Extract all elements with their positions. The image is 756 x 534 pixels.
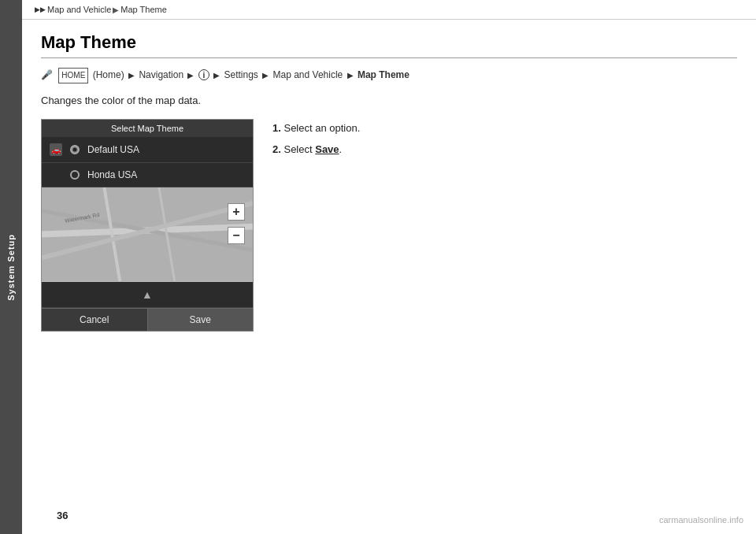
list-item-honda[interactable]: Honda USA (42, 163, 253, 187)
sidebar: System Setup (0, 0, 22, 534)
mockup-list: 🚗 Default USA Honda USA (42, 137, 253, 308)
step1-text: Select an option. (284, 122, 360, 134)
main-content: ▶▶ Map and Vehicle ▶ Map Theme Map Theme… (22, 0, 756, 534)
nav-label: Navigation (139, 69, 183, 80)
nav-arrow2: ▶ (187, 71, 194, 80)
mockup-footer: Cancel Save (42, 308, 253, 331)
radio-honda[interactable] (70, 170, 80, 180)
breadcrumb-item1: Map and Vehicle (47, 5, 111, 14)
breadcrumb-item2: Map Theme (120, 5, 167, 14)
mic-icon: 🎤 (41, 69, 53, 80)
nav-arrow1: ▶ (128, 71, 135, 80)
option2-label: Honda USA (87, 169, 137, 180)
nav-arrow4: ▶ (262, 71, 269, 80)
mockup-nav-row: ▲ (42, 282, 253, 308)
settings-label: Settings (224, 69, 258, 80)
map-preview: Watermark Rd + − (42, 187, 253, 282)
nav-car-icon: 🚗 (50, 143, 62, 156)
nav-arrow5: ▶ (347, 71, 354, 80)
cancel-button[interactable]: Cancel (42, 309, 148, 331)
page-number: 36 (44, 510, 68, 521)
content-columns: Select Map Theme 🚗 Default USA H (41, 119, 737, 332)
nav-arrow3: ▶ (213, 71, 220, 80)
save-button[interactable]: Save (148, 309, 254, 331)
breadcrumb-arrows: ▶▶ (35, 6, 46, 13)
option1-label: Default USA (87, 144, 139, 155)
step1-num: 1. (272, 122, 281, 134)
breadcrumb-bar: ▶▶ Map and Vehicle ▶ Map Theme (22, 0, 756, 20)
page-title: Map Theme (41, 32, 737, 58)
step2-num: 2. (272, 143, 281, 155)
step2-pre: Select (284, 143, 315, 155)
breadcrumb-arrow1: ▶ (113, 6, 119, 14)
map-svg: Watermark Rd (42, 187, 253, 281)
description: Changes the color of the map data. (41, 95, 737, 106)
home-icon: HOME (58, 68, 88, 83)
ui-mockup: Select Map Theme 🚗 Default USA H (41, 119, 254, 332)
mockup-titlebar: Select Map Theme (42, 120, 253, 137)
radio-default[interactable] (70, 145, 80, 154)
instructions: 1. Select an option. 2. Select Save. (272, 119, 360, 162)
page-content: Map Theme 🎤 HOME (Home) ▶ Navigation ▶ i… (22, 20, 756, 344)
list-item-default[interactable]: 🚗 Default USA (42, 137, 253, 163)
map-zoom-out-button[interactable]: − (228, 227, 245, 244)
nav-up-icon: ▲ (142, 288, 153, 301)
info-icon: i (198, 69, 209, 80)
watermark: carmanualsonline.info (659, 515, 743, 525)
map-theme-label: Map Theme (358, 69, 410, 80)
step2: 2. Select Save. (272, 140, 360, 158)
breadcrumb-inline: 🎤 HOME (Home) ▶ Navigation ▶ i ▶ Setting… (41, 68, 737, 83)
step1: 1. Select an option. (272, 119, 360, 137)
home-label: (Home) (93, 69, 124, 80)
sidebar-label: System Setup (6, 234, 16, 301)
step2-post: . (339, 143, 343, 155)
step2-save: Save (315, 143, 339, 155)
map-vehicle-label: Map and Vehicle (273, 69, 343, 80)
map-zoom-in-button[interactable]: + (228, 203, 245, 221)
